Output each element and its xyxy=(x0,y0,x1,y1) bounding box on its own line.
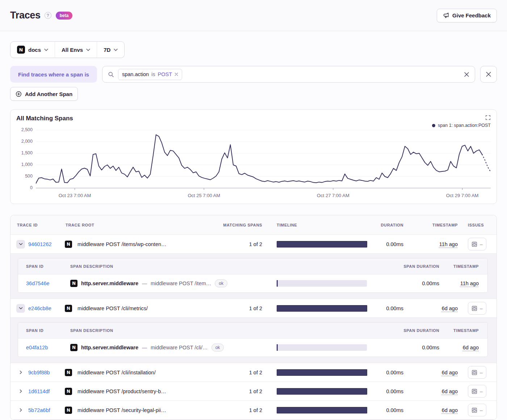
trace-row[interactable]: 94601262 N middleware POST /items/wp-con… xyxy=(11,235,496,254)
matching-spans-count: 1 of 2 xyxy=(219,241,262,247)
legend-dot xyxy=(432,124,435,127)
trace-id-link[interactable]: 94601262 xyxy=(28,241,52,247)
span-description: middleware POST /cli/… xyxy=(151,345,208,350)
give-feedback-button[interactable]: Give Feedback xyxy=(437,9,497,22)
trace-id-link[interactable]: 5b72a6bf xyxy=(28,407,50,413)
trace-row[interactable]: 9cb9f88b N middleware POST /cli/installa… xyxy=(11,363,496,382)
y-axis: 05001,0001,5002,0002,500 xyxy=(16,129,36,200)
nextjs-project-icon: N xyxy=(65,407,72,414)
span-id-link[interactable]: e04fa12b xyxy=(26,345,48,350)
environment-filter[interactable]: All Envs xyxy=(55,42,97,58)
column-header-span-id: SPAN ID xyxy=(18,328,62,333)
y-axis-label: 1,500 xyxy=(21,150,33,155)
span-search-input[interactable]: span.action is POST xyxy=(102,66,475,83)
expanded-spans-section: SPAN ID SPAN DESCRIPTION SPAN DURATION T… xyxy=(11,254,496,299)
issues-button[interactable]: – xyxy=(468,302,486,315)
duration-value: 0.00ms xyxy=(367,305,403,311)
collapse-toggle[interactable] xyxy=(16,304,25,313)
separator: — xyxy=(142,345,147,350)
nextjs-project-icon: N xyxy=(70,280,77,287)
span-row[interactable]: e04fa12b N http.server.middleware — midd… xyxy=(18,338,487,357)
expand-toggle[interactable] xyxy=(16,368,25,377)
chart-legend[interactable]: span 1: span.action:POST xyxy=(16,122,491,128)
chevron-down-icon xyxy=(18,306,23,311)
timestamp-link[interactable]: 6d ago xyxy=(442,407,458,413)
trace-row[interactable]: 5b72a6bf N middleware POST /security-leg… xyxy=(11,401,496,420)
issues-button[interactable]: – xyxy=(468,366,486,379)
chart-line-dashed-tail xyxy=(482,154,491,172)
issues-count: – xyxy=(480,305,483,311)
trace-id-link[interactable]: 9cb9f88b xyxy=(28,370,50,375)
issues-button[interactable]: – xyxy=(468,238,486,250)
timestamp-link[interactable]: 6d ago xyxy=(442,370,458,375)
timestamp-link[interactable]: 11h ago xyxy=(460,280,479,286)
token-key: span.action xyxy=(122,71,149,77)
time-period-filter[interactable]: 7D xyxy=(97,42,124,58)
expand-toggle[interactable] xyxy=(16,387,25,396)
issues-button[interactable]: – xyxy=(468,404,486,416)
column-header-span-duration: SPAN DURATION xyxy=(367,328,439,333)
duration-value: 0.00ms xyxy=(367,370,403,375)
search-icon xyxy=(108,71,114,78)
column-header-span-id: SPAN ID xyxy=(18,264,62,269)
column-header-issues: ISSUES xyxy=(458,223,496,227)
issues-count: – xyxy=(480,388,483,394)
find-traces-where-label[interactable]: Find traces where a span is xyxy=(10,66,97,83)
environment-filter-label: All Envs xyxy=(62,47,83,53)
column-header-duration: DURATION xyxy=(367,223,403,227)
matching-spans-count: 1 of 2 xyxy=(219,305,262,311)
span-table: SPAN ID SPAN DESCRIPTION SPAN DURATION T… xyxy=(18,322,488,357)
timeline-bar xyxy=(277,369,367,376)
trace-id-link[interactable]: e246cb8e xyxy=(28,305,51,311)
y-axis-label: 1,000 xyxy=(21,162,33,167)
timestamp-link[interactable]: 11h ago xyxy=(439,241,458,247)
timeline-bar xyxy=(277,241,367,248)
x-axis-label: Oct 27 7:00 AM xyxy=(317,193,349,198)
column-header-span-duration: SPAN DURATION xyxy=(367,264,439,269)
chevron-down-icon xyxy=(44,49,48,51)
help-icon[interactable]: ? xyxy=(45,12,51,19)
timeline-bar xyxy=(277,388,367,395)
span-operation: http.server.middleware xyxy=(81,345,138,350)
span-id-link[interactable]: 36d7546e xyxy=(26,280,50,286)
timestamp-link[interactable]: 6d ago xyxy=(442,388,458,394)
token-value: POST xyxy=(158,71,172,77)
timestamp-link[interactable]: 6d ago xyxy=(463,345,479,350)
clear-search-icon[interactable] xyxy=(464,72,469,77)
column-header-span-description: SPAN DESCRIPTION xyxy=(62,264,262,269)
span-row[interactable]: 36d7546e N http.server.middleware — midd… xyxy=(18,274,487,292)
remove-span-filter-button[interactable] xyxy=(480,66,497,83)
add-another-span-button[interactable]: Add Another Span xyxy=(10,87,78,101)
issues-count: – xyxy=(480,241,483,247)
issues-icon xyxy=(472,305,477,311)
chevron-right-icon xyxy=(18,389,23,394)
filter-token[interactable]: span.action is POST xyxy=(118,69,182,80)
x-axis-label: Oct 25 7:00 AM xyxy=(188,193,220,198)
timeline-bar xyxy=(277,407,367,413)
collapse-toggle[interactable] xyxy=(16,240,25,249)
span-operation: http.server.middleware xyxy=(81,280,138,286)
matching-spans-count: 1 of 2 xyxy=(219,388,262,394)
span-timeline-marker xyxy=(277,344,278,351)
expanded-spans-section: SPAN ID SPAN DESCRIPTION SPAN DURATION T… xyxy=(11,318,496,363)
token-remove-icon[interactable] xyxy=(175,72,178,76)
timestamp-link[interactable]: 6d ago xyxy=(442,305,458,311)
chevron-right-icon xyxy=(18,370,23,375)
expand-toggle[interactable] xyxy=(16,406,25,415)
issues-icon xyxy=(472,388,477,394)
matching-spans-count: 1 of 2 xyxy=(219,370,262,375)
project-filter[interactable]: N docs xyxy=(11,42,55,58)
trace-row[interactable]: 1d6114df N middleware POST /product/sent… xyxy=(11,382,496,401)
trace-root-text: middleware POST /cli/installation/ xyxy=(77,370,156,375)
trace-root-text: middleware POST /security-legal-pii… xyxy=(77,407,166,413)
fullscreen-icon[interactable] xyxy=(485,115,491,120)
trace-row[interactable]: e246cb8e N middleware POST /cli/metrics/… xyxy=(11,299,496,318)
trace-id-link[interactable]: 1d6114df xyxy=(28,388,50,394)
line-chart: 05001,0001,5002,0002,500 Oct 23 7:00 AMO… xyxy=(16,129,491,200)
span-timeline-track xyxy=(276,344,367,351)
traces-table: TRACE ID TRACE ROOT MATCHING SPANS TIMEL… xyxy=(10,215,497,420)
issues-button[interactable]: – xyxy=(468,385,486,398)
chevron-down-icon xyxy=(114,49,118,51)
table-header-row: TRACE ID TRACE ROOT MATCHING SPANS TIMEL… xyxy=(11,215,496,235)
nextjs-project-icon: N xyxy=(65,388,72,395)
